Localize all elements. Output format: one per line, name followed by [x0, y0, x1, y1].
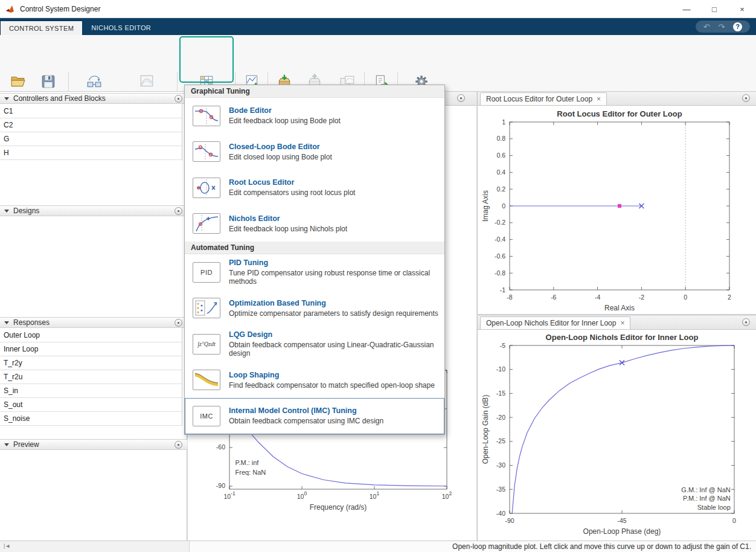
- y-tick-label: -20: [496, 414, 505, 421]
- ribbon-toolbar: Open Session Save Session Edit Ar: [0, 35, 756, 92]
- collapse-triangle-icon[interactable]: [4, 321, 9, 324]
- y-tick-label: -1: [500, 286, 505, 294]
- x-tick-label: 0: [684, 294, 687, 301]
- tab-title: Root Locus Editor for Outer Loop: [486, 95, 592, 103]
- menu-item-bode-editor[interactable]: Bode Editor Edit feedback loop using Bod…: [185, 98, 444, 134]
- y-tick-label: -15: [496, 390, 505, 397]
- y-tick-label: -0.6: [495, 252, 505, 260]
- plot-annotation: P.M.: inf: [235, 459, 260, 466]
- panel-menu-icon[interactable]: [175, 95, 182, 103]
- x-tick-label: -90: [505, 517, 514, 524]
- menu-item-description: Edit closed loop using Bode plot: [229, 153, 332, 161]
- close-tab-icon[interactable]: ×: [597, 95, 601, 103]
- menu-item-closed-loop-bode-editor[interactable]: Closed-Loop Bode Editor Edit closed loop…: [185, 134, 444, 170]
- list-item-h[interactable]: H: [0, 146, 182, 160]
- list-item-t-r2u[interactable]: T_r2u: [0, 370, 182, 384]
- minimize-button[interactable]: —: [673, 0, 700, 18]
- tab-control-system[interactable]: CONTROL SYSTEM: [0, 21, 83, 35]
- panel-menu-icon[interactable]: [175, 207, 182, 215]
- matlab-logo-icon: [5, 4, 15, 14]
- closed-loop-pole-marker[interactable]: [618, 204, 621, 208]
- list-item-c1[interactable]: C1: [0, 104, 182, 118]
- menu-item-imc-tuning[interactable]: IMC Internal Model Control (IMC) Tuning …: [185, 398, 444, 434]
- responses-list: Outer Loop Inner Loop T_r2y T_r2u S_in S…: [0, 329, 182, 426]
- root-locus-panel: Root Locus Editor for Outer Loop × -8-6-…: [477, 92, 756, 315]
- list-item-outer-loop[interactable]: Outer Loop: [0, 329, 182, 342]
- redo-icon[interactable]: ↷: [718, 23, 725, 31]
- menu-item-optimization-based-tuning[interactable]: Optimization Based Tuning Optimize compe…: [185, 290, 444, 327]
- collapse-triangle-icon[interactable]: [4, 97, 9, 100]
- panel-header-controllers[interactable]: Controllers and Fixed Blocks: [0, 93, 187, 104]
- menu-item-title: Optimization Based Tuning: [229, 299, 438, 307]
- help-icon[interactable]: ?: [733, 22, 742, 31]
- menu-item-title: Loop Shaping: [229, 371, 435, 379]
- plot-annotation: P.M.: Inf @ NaN: [683, 495, 731, 502]
- ribbon-tab-bar: CONTROL SYSTEM NICHOLS EDITOR ↶ ↷ ?: [0, 18, 756, 35]
- nichols-tabstrip: Open-Loop Nichols Editor for Inner Loop …: [478, 316, 756, 330]
- menu-item-title: Bode Editor: [229, 106, 341, 115]
- menu-item-pid-tuning[interactable]: PID PID Tuning Tune PID compensator usin…: [185, 254, 444, 290]
- panel-title: Responses: [13, 318, 50, 327]
- list-item-t-r2y[interactable]: T_r2y: [0, 356, 182, 370]
- y-tick-label: -10: [496, 365, 505, 373]
- collapse-triangle-icon[interactable]: [4, 443, 9, 446]
- y-axis-label: Imag Axis: [481, 190, 490, 222]
- collapse-statusbar-icon[interactable]: |◄: [4, 543, 10, 549]
- x-axis-label: Open-Loop Phase (deg): [583, 527, 661, 536]
- root-locus-plot-canvas[interactable]: -8-6-4-20210.80.60.40.20-0.2-0.4-0.6-0.8…: [478, 106, 756, 315]
- plot-title: Open-Loop Nichols Editor for Inner Loop: [546, 333, 699, 342]
- imc-icon-text: IMC: [200, 412, 213, 420]
- edit-architecture-icon: [86, 74, 102, 89]
- y-axis-label: Open-Loop Gain (dB): [481, 395, 490, 464]
- plot-title: Root Locus Editor for Outer Loop: [557, 109, 682, 118]
- list-item-s-in[interactable]: S_in: [0, 384, 182, 398]
- menu-item-nichols-editor[interactable]: Nichols Editor Edit feedback loop using …: [185, 206, 444, 242]
- list-item-inner-loop[interactable]: Inner Loop: [0, 342, 182, 356]
- window-controls: — □ ×: [673, 0, 756, 18]
- undo-icon[interactable]: ↶: [703, 23, 710, 31]
- panel-header-designs[interactable]: Designs: [0, 205, 187, 216]
- tab-nichols-editor[interactable]: NICHOLS EDITOR: [83, 21, 159, 35]
- x-tick-label: 2: [728, 294, 731, 301]
- list-item-c2[interactable]: C2: [0, 118, 182, 132]
- list-item-s-noise[interactable]: S_noise: [0, 412, 182, 426]
- root-locus-editor-icon: [193, 178, 220, 198]
- panel-actions-icon[interactable]: [457, 94, 465, 102]
- tab-root-locus-editor[interactable]: Root Locus Editor for Outer Loop ×: [480, 92, 607, 105]
- pid-tuning-icon: PID: [193, 262, 220, 283]
- imc-tuning-icon: IMC: [193, 406, 220, 426]
- panel-menu-icon[interactable]: [175, 441, 182, 449]
- save-session-icon: [40, 74, 56, 89]
- menu-item-loop-shaping[interactable]: Loop Shaping Find feedback compensator t…: [185, 362, 444, 399]
- y-tick-label: -60: [216, 443, 225, 451]
- y-tick-label: -25: [496, 437, 505, 444]
- menu-item-lqg-design[interactable]: ∫zᵀQzdt LQG Design Obtain feedback compe…: [185, 326, 444, 362]
- nichols-plot-canvas[interactable]: -90-450-5-10-15-20-25-30-35-40G.M.: Inf …: [478, 330, 756, 541]
- y-tick-label: -90: [216, 482, 225, 489]
- nichols-editor-icon: [193, 213, 220, 234]
- tab-nichols-editor-inner-loop[interactable]: Open-Loop Nichols Editor for Inner Loop …: [480, 316, 630, 329]
- panel-actions-icon[interactable]: [742, 94, 750, 102]
- panel-actions-icon[interactable]: [742, 318, 750, 326]
- maximize-button[interactable]: □: [700, 0, 728, 18]
- y-tick-label: -0.8: [495, 269, 505, 277]
- panel-menu-icon[interactable]: [175, 319, 182, 327]
- collapse-triangle-icon[interactable]: [4, 210, 9, 213]
- controllers-list: C1 C2 G H: [0, 104, 182, 160]
- status-message-area: Open-loop magnitude plot. Left click and…: [189, 541, 756, 552]
- y-tick-label: -40: [496, 510, 505, 517]
- closed-loop-bode-editor-icon: [193, 141, 220, 162]
- panel-header-preview[interactable]: Preview: [0, 439, 187, 450]
- bode-editor-icon: [193, 106, 220, 126]
- list-item-s-out[interactable]: S_out: [0, 398, 182, 412]
- close-button[interactable]: ×: [728, 0, 756, 18]
- tab-title: Open-Loop Nichols Editor for Inner Loop: [486, 319, 616, 327]
- menu-item-root-locus-editor[interactable]: Root Locus Editor Edit compensators usin…: [185, 170, 444, 206]
- close-tab-icon[interactable]: ×: [620, 319, 624, 327]
- quick-access-toolbar: ↶ ↷ ?: [696, 21, 750, 33]
- list-item-g[interactable]: G: [0, 132, 182, 146]
- pid-icon-text: PID: [200, 269, 213, 276]
- y-tick-label: 0.2: [496, 185, 505, 193]
- optimization-based-tuning-icon: [193, 298, 220, 318]
- panel-header-responses[interactable]: Responses: [0, 317, 187, 328]
